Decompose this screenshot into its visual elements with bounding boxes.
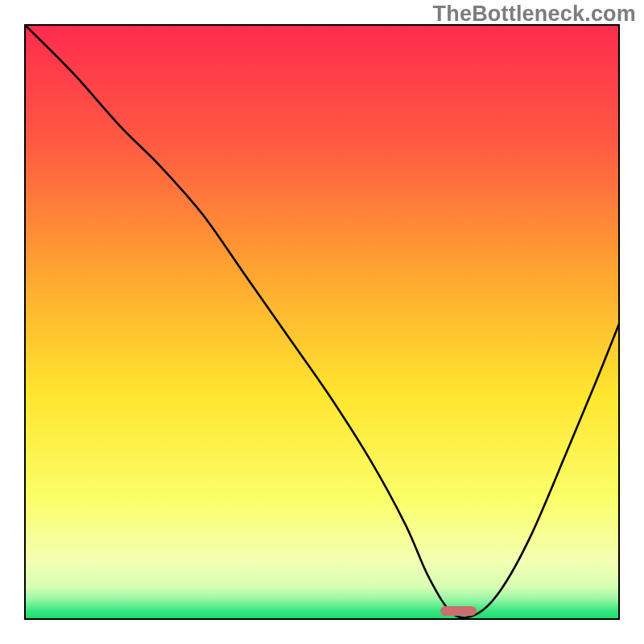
optimal-marker bbox=[440, 606, 477, 616]
bottleneck-curve bbox=[24, 24, 620, 620]
watermark-text: TheBottleneck.com bbox=[433, 2, 636, 27]
plot-area bbox=[24, 24, 620, 620]
